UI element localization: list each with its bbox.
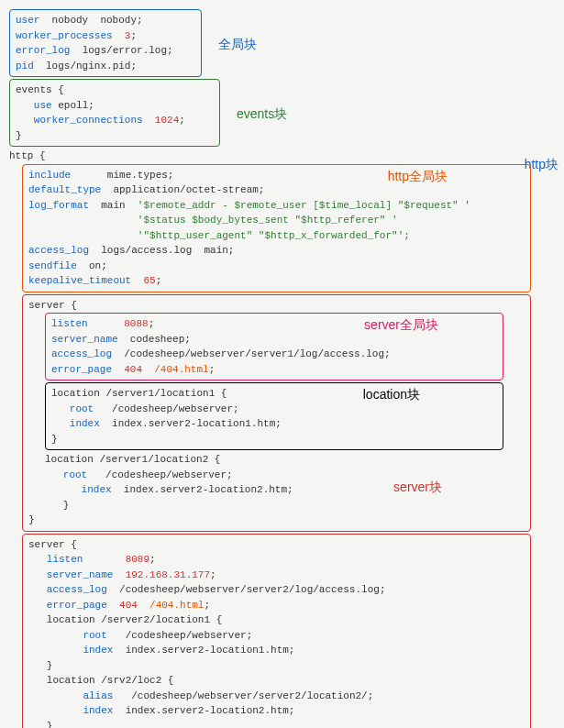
- code-line: log_format main '$remote_addr - $remote_…: [28, 198, 525, 214]
- code-line: '"$http_user_agent" "$http_x_forwarded_f…: [28, 228, 525, 244]
- code-line: server {: [28, 537, 525, 553]
- code-line: index index.server2-location1.htm;: [28, 643, 525, 658]
- code-line: error_log logs/error.log;: [16, 43, 195, 59]
- server2-block: server { listen 8089; server_name 192.16…: [22, 534, 531, 729]
- code-line: }: [28, 658, 525, 674]
- code-line: index index.server2-location2.htm;: [45, 482, 525, 498]
- code-line: default_type application/octet-stream;: [28, 182, 525, 198]
- code-line: server {: [28, 298, 525, 314]
- code-line: location /server1/location1 {: [51, 386, 497, 402]
- code-line: listen 8089;: [28, 552, 525, 568]
- code-line: http {: [9, 149, 555, 164]
- label-location: location块: [363, 385, 420, 404]
- code-line: access_log /codesheep/webserver/server1/…: [51, 347, 497, 362]
- code-line: }: [51, 432, 497, 447]
- code-line: location /server1/location2 {: [45, 452, 525, 468]
- server1-global: server全局块 listen 8088; server_name codes…: [45, 313, 503, 381]
- code-line: root /codesheep/webserver;: [45, 468, 525, 483]
- label-http-global: http全局块: [388, 167, 448, 186]
- code-line: index index.server2-location1.htm;: [51, 416, 497, 432]
- global-block: user nobody nobody; worker_processes 3; …: [9, 9, 202, 77]
- code-line: server_name 192.168.31.177;: [28, 568, 525, 583]
- code-line: keepalive_timeout 65;: [28, 273, 525, 289]
- code-line: error_page 404 /404.html;: [28, 598, 525, 613]
- server1-block: server { server全局块 listen 8088; server_n…: [22, 294, 531, 532]
- code-line: }: [45, 498, 525, 513]
- code-line: alias /codesheep/webserver/server2/locat…: [28, 689, 525, 704]
- label-server: server块: [393, 478, 442, 497]
- code-line: '$status $body_bytes_sent "$http_referer…: [28, 213, 525, 228]
- label-events: events块: [237, 105, 287, 124]
- code-line: index index.server2-location2.htm;: [28, 703, 525, 719]
- code-line: }: [28, 719, 525, 729]
- code-line: }: [28, 513, 525, 528]
- code-line: sendfile on;: [28, 259, 525, 274]
- http-global-block: http全局块 include mime.types; default_type…: [22, 164, 531, 292]
- code-line: location /server2/location1 {: [28, 612, 525, 628]
- label-server-global: server全局块: [364, 315, 438, 335]
- code-line: error_page 404 /404.html;: [51, 362, 497, 378]
- code-line: user nobody nobody;: [16, 13, 195, 28]
- code-line: worker_processes 3;: [16, 28, 195, 44]
- code-line: worker_connections 1024;: [16, 113, 214, 128]
- code-line: }: [16, 128, 214, 144]
- code-line: use epoll;: [16, 98, 214, 114]
- code-line: access_log /codesheep/webserver/server2/…: [28, 582, 525, 598]
- code-line: include mime.types;: [28, 168, 525, 183]
- code-line: events {: [16, 83, 214, 98]
- code-line: access_log logs/access.log main;: [28, 243, 525, 259]
- location-block: location块 location /server1/location1 { …: [45, 382, 503, 450]
- code-line: pid logs/nginx.pid;: [16, 59, 195, 74]
- events-block: events { use epoll; worker_connections 1…: [9, 79, 220, 147]
- code-line: root /codesheep/webserver;: [51, 402, 497, 417]
- label-global: 全局块: [218, 35, 257, 54]
- code-line: location /srv2/loc2 {: [28, 673, 525, 689]
- code-line: root /codesheep/webserver;: [28, 628, 525, 644]
